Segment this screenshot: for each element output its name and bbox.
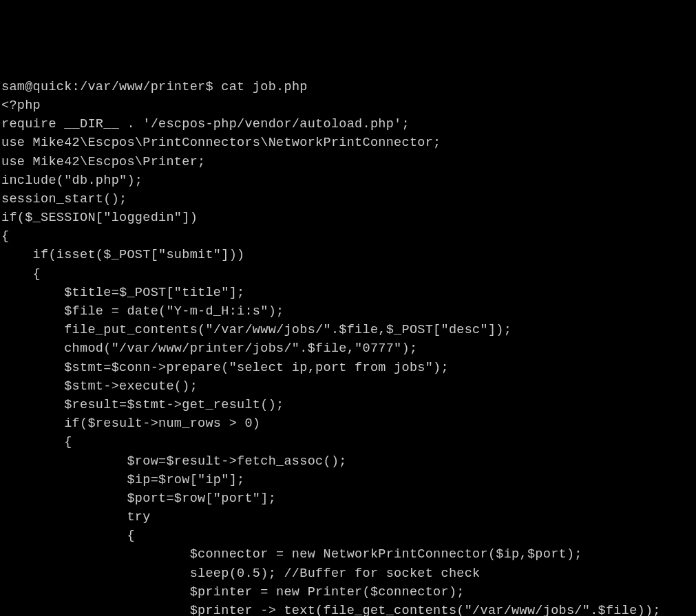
shell-prompt: sam@quick:/var/www/printer$ — [1, 80, 221, 94]
terminal-output: <?phprequire __DIR__ . '/escpos-php/vend… — [1, 96, 695, 616]
code-line: $file = date("Y-m-d_H:i:s"); — [1, 302, 695, 321]
code-line: sleep(0.5); //Buffer for socket check — [1, 564, 695, 583]
code-line: $row=$result->fetch_assoc(); — [1, 452, 695, 471]
code-line: session_start(); — [1, 190, 695, 209]
code-line: chmod("/var/www/printer/jobs/".$file,"07… — [1, 339, 695, 358]
code-line: $printer = new Printer($connector); — [1, 583, 695, 602]
code-line: require __DIR__ . '/escpos-php/vendor/au… — [1, 115, 695, 134]
code-line: use Mike42\Escpos\PrintConnectors\Networ… — [1, 134, 695, 152]
code-line: $result=$stmt->get_result(); — [1, 396, 695, 414]
code-line: $title=$_POST["title"]; — [1, 284, 695, 302]
code-line: try — [1, 508, 695, 527]
code-line: { — [1, 265, 695, 284]
code-line: include("db.php"); — [1, 171, 695, 190]
code-line: use Mike42\Escpos\Printer; — [1, 153, 695, 171]
code-line: <?php — [1, 96, 695, 115]
code-line: if($result->num_rows > 0) — [1, 414, 695, 433]
code-line: if($_SESSION["loggedin"]) — [1, 209, 695, 227]
code-line: { — [1, 227, 695, 246]
code-line: $printer -> text(file_get_contents("/var… — [1, 602, 695, 616]
shell-command: cat job.php — [221, 80, 307, 94]
code-line: $connector = new NetworkPrintConnector($… — [1, 545, 695, 564]
terminal-window[interactable]: sam@quick:/var/www/printer$ cat job.php<… — [1, 78, 695, 616]
code-line: { — [1, 527, 695, 545]
code-line: if(isset($_POST["submit"])) — [1, 246, 695, 264]
code-line: $stmt=$conn->prepare("select ip,port fro… — [1, 359, 695, 377]
code-line: $port=$row["port"]; — [1, 489, 695, 508]
command-line: sam@quick:/var/www/printer$ cat job.php — [1, 78, 695, 96]
code-line: { — [1, 433, 695, 452]
code-line: $stmt->execute(); — [1, 377, 695, 396]
code-line: $ip=$row["ip"]; — [1, 471, 695, 489]
code-line: file_put_contents("/var/www/jobs/".$file… — [1, 321, 695, 339]
